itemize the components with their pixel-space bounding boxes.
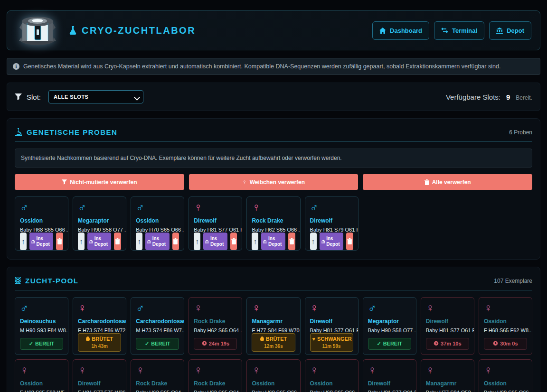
sample-card-buttons: Ins Depot	[78, 233, 121, 250]
pool-card: Managarmr Baby H77 S84 O52 ... ✓♥	[421, 359, 474, 392]
pool-card: Megaraptor Baby H90 S58 O77 ... ✓♥BEREIT	[363, 297, 416, 355]
pool-card: Rock Drake Baby H62 S65 O64 ... ✓♥24m 19…	[189, 297, 242, 355]
send-to-depot-button[interactable]: Ins Depot	[145, 233, 169, 250]
discard-sample-button[interactable]	[230, 233, 237, 250]
discard-all-label: Alle verwerfen	[432, 179, 471, 186]
pool-card: Carcharodontosaurus M H73 S74 F86 W7... …	[131, 297, 184, 355]
gender-icon	[484, 302, 527, 314]
slot-select-wrapper: ALLE SLOTS	[48, 90, 143, 103]
keep-arrow-up-button[interactable]	[136, 233, 142, 250]
species-name: Direwolf	[310, 217, 353, 224]
status-timer: 12m 36s	[254, 344, 292, 350]
pool-card: Direwolf F H81 S77 F75 W36 ... ✓♥	[73, 359, 126, 392]
species-name: Ossidon	[20, 217, 63, 224]
samples-description: Synthetisierte Nachkommen basierend auf …	[15, 149, 532, 168]
heart-icon: ♥	[312, 336, 316, 342]
pool-card: Ossidon Baby H68 S65 O66 ... ✓♥	[305, 359, 358, 392]
gender-icon	[310, 202, 353, 213]
keep-arrow-up-button[interactable]	[252, 233, 258, 250]
status-badge: ✓♥BRÜTET 1h 43m	[78, 333, 121, 352]
discard-all-button[interactable]: Alle verwerfen	[363, 174, 532, 190]
send-to-depot-button[interactable]: Ins Depot	[203, 233, 227, 250]
check-icon: ✓	[377, 341, 381, 346]
status-label: BEREIT	[35, 341, 54, 346]
depot-icon	[496, 28, 503, 34]
sample-card: Ossidon Baby H68 S65 O66 ... Ins Depot	[15, 196, 68, 251]
gender-icon	[252, 202, 295, 213]
gender-icon	[136, 202, 179, 213]
gender-icon	[78, 202, 121, 213]
species-name: Megaraptor	[368, 318, 411, 325]
pool-card: Direwolf Baby H81 S77 O61 F... ✓♥SCHWANG…	[305, 297, 358, 355]
slot-select[interactable]: ALLE SLOTS	[48, 90, 143, 103]
species-name: Rock Drake	[136, 380, 179, 387]
pool-card: Deinosuchus M H90 S93 F84 W8... ✓♥BEREIT	[15, 297, 68, 355]
info-banner-text: Genetisches Material wird aus Cryo-Kapse…	[23, 63, 500, 70]
species-name: Rock Drake	[252, 217, 295, 224]
trash-icon	[57, 238, 62, 244]
keep-arrow-up-button[interactable]	[194, 233, 200, 250]
gender-icon	[252, 364, 295, 376]
depot-icon	[147, 239, 151, 244]
divider	[15, 141, 532, 142]
terminal-label: Terminal	[452, 27, 477, 34]
creature-stats: Baby H68 S65 O66 ...	[310, 390, 353, 392]
creature-stats: Baby H90 S58 O77 ...	[78, 227, 121, 233]
pool-card: Rock Drake Baby H62 S65 O64 ... ✓♥	[131, 359, 184, 392]
info-banner: i Genetisches Material wird aus Cryo-Kap…	[7, 58, 540, 75]
status-badge: ✓♥30m 0s	[484, 338, 527, 350]
sample-card: Direwolf Baby H81 S77 O61 F... Ins Depot	[189, 196, 242, 251]
info-icon: i	[13, 63, 19, 70]
species-name: Ossidon	[20, 380, 63, 387]
species-name: Deinosuchus	[20, 318, 63, 325]
keep-arrow-up-button[interactable]	[20, 233, 27, 250]
send-to-depot-button[interactable]: Ins Depot	[87, 233, 111, 250]
status-label: 24m 19s	[209, 341, 229, 346]
species-name: Rock Drake	[194, 380, 237, 387]
send-to-depot-button[interactable]: Ins Depot	[29, 233, 53, 250]
gender-icon	[310, 302, 353, 314]
depot-button-label: Ins Depot	[152, 236, 168, 247]
species-name: Managarmr	[426, 380, 469, 387]
discard-sample-button[interactable]	[114, 233, 121, 250]
discard-sample-button[interactable]	[56, 233, 63, 250]
clock-icon	[202, 341, 207, 346]
creature-stats: Baby H68 S65 O66 ...	[484, 390, 527, 392]
dna-icon	[15, 277, 21, 285]
available-slots-label: Verfügbare Slots:	[446, 93, 500, 101]
species-name: Direwolf	[426, 318, 469, 325]
status-label: BEREIT	[151, 341, 170, 346]
home-icon	[379, 28, 386, 34]
send-to-depot-button[interactable]: Ins Depot	[320, 233, 343, 250]
status-badge: ✓♥BEREIT	[136, 338, 179, 350]
discard-non-mutated-button[interactable]: Nicht-mutierte verwerfen	[15, 174, 184, 190]
discard-sample-button[interactable]	[172, 233, 179, 250]
depot-button[interactable]: Depot	[489, 21, 531, 40]
trash-icon	[173, 238, 178, 244]
samples-count: 6 Proben	[509, 129, 532, 136]
sample-card-buttons: Ins Depot	[252, 233, 295, 250]
creature-stats: Baby H62 S65 O64 ...	[194, 327, 237, 333]
send-to-depot-button[interactable]: Ins Depot	[261, 233, 285, 250]
discard-sample-button[interactable]	[288, 233, 295, 250]
page: CRYO-ZUCHTLABOR Dashboard Terminal Depot…	[0, 0, 547, 392]
dashboard-button[interactable]: Dashboard	[372, 21, 429, 40]
status-badge: ✓♥37m 10s	[426, 338, 469, 350]
sample-card-buttons: Ins Depot	[20, 233, 63, 250]
sample-card: Rock Drake Baby H62 S65 O66 ... Ins Depo…	[246, 196, 300, 251]
depot-button-label: Ins Depot	[326, 236, 341, 247]
filter-funnel-icon	[15, 93, 22, 100]
check-icon: ✓	[29, 341, 33, 346]
cryofridge-logo-image	[16, 14, 59, 47]
divider	[15, 290, 532, 290]
discard-sample-button[interactable]	[346, 233, 353, 250]
gender-icon	[194, 302, 237, 314]
keep-arrow-up-button[interactable]	[78, 233, 85, 250]
terminal-button[interactable]: Terminal	[434, 21, 484, 40]
keep-arrow-up-button[interactable]	[310, 233, 317, 250]
discard-females-button[interactable]: ♀ Weibchen verwerfen	[189, 174, 358, 190]
creature-stats: Baby H81 S77 O61 F...	[426, 327, 469, 333]
pool-card: Direwolf Baby H81 S77 O61 F... ✓♥	[363, 359, 416, 392]
creature-stats: Baby H81 S77 O61 F...	[368, 390, 411, 392]
species-name: Ossidon	[252, 380, 295, 387]
